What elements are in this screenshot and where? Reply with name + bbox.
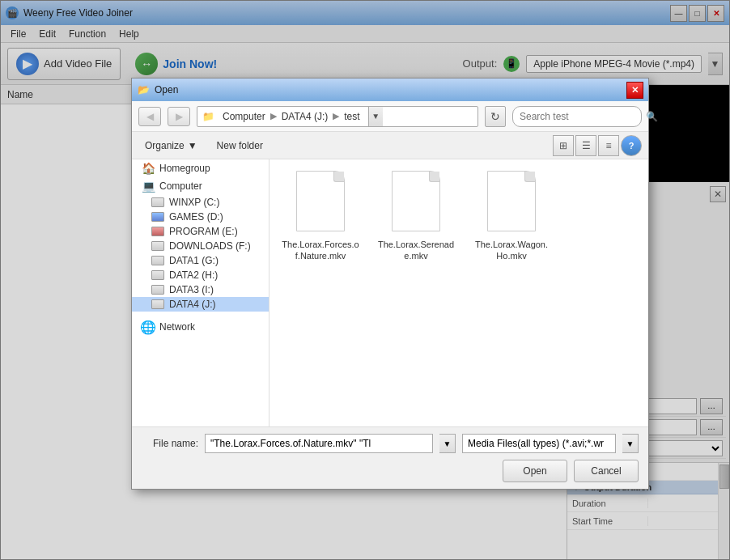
nav-drive-d[interactable]: GAMES (D:) <box>132 210 269 224</box>
file-name-1: The.Lorax.Forces.of.Nature.mkv <box>281 239 360 262</box>
nav-drive-i[interactable]: DATA3 (I:) <box>132 282 269 297</box>
dialog-bottom: File name: ▼ ▼ Open Cancel <box>132 426 648 489</box>
back-button[interactable]: ◀ <box>138 107 161 126</box>
view-details-button[interactable]: ☰ <box>575 135 596 156</box>
drive-e-label: PROGRAM (E:) <box>169 226 238 237</box>
file-icon-3 <box>483 171 540 235</box>
drive-e-icon <box>151 227 164 236</box>
file-shape-3 <box>487 171 536 231</box>
computer-label: Computer <box>159 180 202 192</box>
nav-drive-j[interactable]: DATA4 (J:) <box>132 297 269 312</box>
search-bar[interactable]: 🔍 <box>512 106 642 127</box>
file-name-3: The.Lorax.Wagon.Ho.mkv <box>472 239 551 262</box>
open-dialog: 📂 Open ✕ ◀ ▶ 📁 Computer ▶ DATA4 (J:) ▶ t… <box>131 78 649 490</box>
dialog-inner-toolbar: Organize ▼ New folder ⊞ ☰ ≡ ? <box>132 132 648 159</box>
view-buttons: ⊞ ☰ ≡ ? <box>553 135 642 156</box>
search-input[interactable] <box>520 111 641 122</box>
dialog-files-area: The.Lorax.Forces.of.Nature.mkv The.Lorax… <box>270 159 648 426</box>
file-item-3[interactable]: The.Lorax.Wagon.Ho.mkv <box>467 166 556 267</box>
refresh-button[interactable]: ↻ <box>485 106 506 127</box>
computer-icon: 💻 <box>142 180 155 193</box>
drive-g-label: DATA1 (G:) <box>169 255 219 266</box>
filetype-input[interactable] <box>462 434 616 453</box>
new-folder-label: New folder <box>217 140 263 151</box>
file-shape-1 <box>296 171 345 231</box>
dialog-bottom-row-filename: File name: ▼ ▼ <box>142 434 639 453</box>
address-bar[interactable]: 📁 Computer ▶ DATA4 (J:) ▶ test ▼ <box>197 106 478 127</box>
organize-button[interactable]: Organize ▼ <box>138 138 204 154</box>
drive-i-icon <box>151 285 164 295</box>
nav-computer[interactable]: 💻 Computer <box>132 177 269 195</box>
address-dropdown[interactable]: ▼ <box>368 107 383 126</box>
dialog-title-left: 📂 Open <box>137 83 178 96</box>
dialog-nav-toolbar: ◀ ▶ 📁 Computer ▶ DATA4 (J:) ▶ test ▼ ↻ 🔍 <box>132 101 648 132</box>
drive-d-icon <box>151 212 164 222</box>
file-shape-2 <box>392 171 440 231</box>
breadcrumb-folder[interactable]: test <box>341 110 363 123</box>
nav-homegroup[interactable]: 🏠 Homegroup <box>132 159 269 177</box>
breadcrumb-drive[interactable]: DATA4 (J:) <box>278 110 332 123</box>
dialog-folder-icon: 📂 <box>137 83 150 96</box>
drive-j-icon <box>151 299 164 309</box>
drive-g-icon <box>151 256 164 265</box>
file-item-1[interactable]: The.Lorax.Forces.of.Nature.mkv <box>276 166 365 267</box>
dialog-title: Open <box>155 84 178 95</box>
dialog-content: 🏠 Homegroup 💻 Computer WINXP (C:) GAMES … <box>132 159 648 426</box>
filetype-select-wrap <box>462 434 616 453</box>
homegroup-label: Homegroup <box>159 163 210 174</box>
drive-f-label: DOWNLOADS (F:) <box>169 240 251 252</box>
dialog-close-button[interactable]: ✕ <box>626 82 643 99</box>
breadcrumb: Computer ▶ DATA4 (J:) ▶ test <box>219 110 363 123</box>
file-icon-1 <box>292 171 349 235</box>
file-item-2[interactable]: The.Lorax.Serenade.mkv <box>371 166 460 267</box>
organize-label: Organize <box>145 140 185 151</box>
drive-c-label: WINXP (C:) <box>169 197 219 208</box>
filename-dropdown[interactable]: ▼ <box>439 434 456 453</box>
filetype-dropdown[interactable]: ▼ <box>622 434 639 453</box>
file-name-2: The.Lorax.Serenade.mkv <box>376 239 456 262</box>
nav-drive-e[interactable]: PROGRAM (E:) <box>132 224 269 239</box>
file-icon-2 <box>388 171 444 235</box>
forward-button[interactable]: ▶ <box>168 107 190 126</box>
drive-f-icon <box>151 241 164 251</box>
drive-h-icon <box>151 270 164 280</box>
nav-drive-g[interactable]: DATA1 (G:) <box>132 253 269 268</box>
homegroup-icon: 🏠 <box>142 162 155 175</box>
dialog-cancel-button[interactable]: Cancel <box>574 460 639 482</box>
nav-drive-c[interactable]: WINXP (C:) <box>132 195 269 210</box>
drive-j-label: DATA4 (J:) <box>169 299 216 310</box>
nav-network[interactable]: 🌐 Network <box>132 318 269 336</box>
folder-icon: 📁 <box>202 111 214 122</box>
new-folder-button[interactable]: New folder <box>210 138 270 154</box>
organize-dropdown-icon: ▼ <box>188 140 197 151</box>
help-button[interactable]: ? <box>621 135 642 156</box>
network-label: Network <box>159 321 195 333</box>
drive-h-label: DATA2 (H:) <box>169 269 218 281</box>
filename-input-wrap <box>205 434 433 453</box>
dialog-title-bar: 📂 Open ✕ <box>132 78 648 101</box>
search-icon: 🔍 <box>646 111 658 122</box>
dialog-open-button[interactable]: Open <box>503 460 567 482</box>
network-icon: 🌐 <box>142 320 155 333</box>
dialog-overlay: 📂 Open ✕ ◀ ▶ 📁 Computer ▶ DATA4 (J:) ▶ t… <box>0 0 730 560</box>
drive-i-label: DATA3 (I:) <box>169 284 214 295</box>
view-list-button[interactable]: ≡ <box>598 135 619 156</box>
view-icon-button[interactable]: ⊞ <box>553 135 574 156</box>
dialog-bottom-buttons: Open Cancel <box>142 460 639 482</box>
drive-d-label: GAMES (D:) <box>169 211 223 223</box>
dialog-left-nav: 🏠 Homegroup 💻 Computer WINXP (C:) GAMES … <box>132 159 270 426</box>
nav-drive-f[interactable]: DOWNLOADS (F:) <box>132 239 269 253</box>
drive-c-icon <box>151 197 164 207</box>
filename-label: File name: <box>142 438 198 449</box>
nav-drive-h[interactable]: DATA2 (H:) <box>132 268 269 282</box>
breadcrumb-computer[interactable]: Computer <box>219 110 269 123</box>
filename-input[interactable] <box>205 434 433 453</box>
